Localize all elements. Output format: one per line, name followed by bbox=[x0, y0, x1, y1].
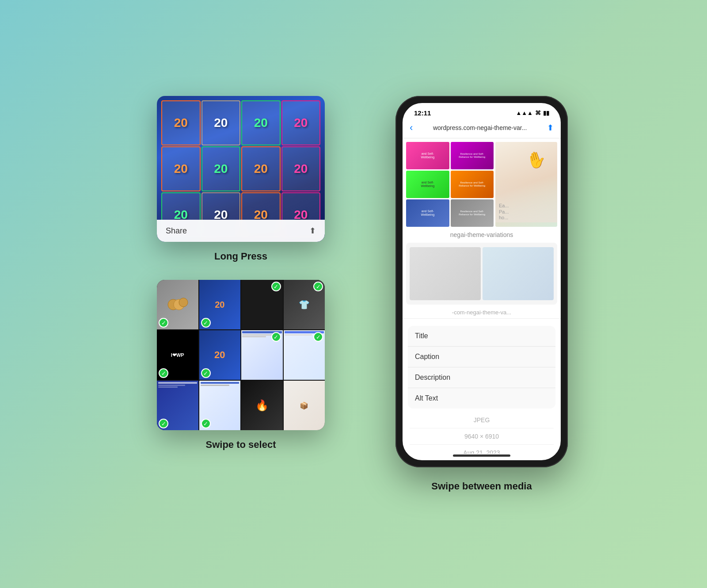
status-bar: 12:11 ▲▲▲ ⌘ ▮▮ bbox=[403, 103, 561, 119]
nav-bar[interactable]: ‹ wordpress.com-negai-theme-var... ⬆ bbox=[403, 119, 561, 138]
long-press-panel: 20 20 20 20 20 20 20 20 20 20 20 20 bbox=[157, 96, 325, 262]
num-4: 20 bbox=[281, 100, 321, 145]
iphone-screen: 12:11 ▲▲▲ ⌘ ▮▮ ‹ wordpress.com-negai-the… bbox=[403, 103, 561, 460]
info-section-1: Title Caption Description Alt Text bbox=[408, 326, 555, 409]
media-gallery: and Self-Wellbeing Resilience and Self-R… bbox=[403, 138, 561, 227]
meta-dimensions: 9640 × 6910 bbox=[410, 428, 554, 445]
grid-cell-6: 20 ✓ bbox=[199, 330, 241, 380]
check-badge-5: ✓ bbox=[159, 368, 168, 378]
gallery-cell-6: Resilience and Self-Reliance for Wellbei… bbox=[451, 199, 494, 227]
left-section: 20 20 20 20 20 20 20 20 20 20 20 20 bbox=[139, 96, 342, 451]
grid-cell-5: I❤WP ✓ bbox=[157, 330, 198, 380]
gallery-cell-4: Resilience and Self-Reliance for Wellbei… bbox=[451, 171, 494, 198]
check-badge-10: ✓ bbox=[201, 419, 211, 428]
alt-text-label: Alt Text bbox=[415, 394, 548, 402]
gallery-cell-5: and Self-Wellbeing bbox=[406, 199, 449, 227]
signal-icon: ▲▲▲ bbox=[516, 110, 533, 116]
grid-cell-11: 🔥 bbox=[241, 381, 283, 430]
num-8: 20 bbox=[281, 146, 321, 191]
gallery-right: ✋ Ea...Pa...ho... bbox=[495, 142, 557, 227]
swipe-select-panel: ✓ 20 ✓ bbox=[157, 280, 325, 451]
long-press-label: Long Press bbox=[214, 251, 267, 262]
home-indicator bbox=[453, 454, 510, 457]
swipe-between-label: Swipe between media bbox=[431, 481, 532, 492]
grid-cell-12: 📦 bbox=[284, 381, 325, 430]
url-label: wordpress.com-negai-theme-var... bbox=[433, 124, 527, 131]
meta-date: Aug 21, 2023 bbox=[410, 445, 554, 454]
status-icons: ▲▲▲ ⌘ ▮▮ bbox=[516, 110, 549, 116]
check-badge-7: ✓ bbox=[271, 332, 281, 342]
check-badge-3: ✓ bbox=[271, 282, 281, 291]
num-5: 20 bbox=[161, 146, 201, 191]
caption-field[interactable]: Caption bbox=[408, 347, 555, 367]
svg-point-2 bbox=[179, 298, 188, 307]
num-1: 20 bbox=[161, 100, 201, 145]
num-3: 20 bbox=[241, 100, 281, 145]
caption-label: Caption bbox=[415, 353, 548, 361]
second-url-label: -com-negai-theme-va... bbox=[403, 306, 561, 319]
share-bar: Share ⬆ bbox=[157, 220, 325, 242]
nav-share-icon[interactable]: ⬆ bbox=[547, 123, 554, 133]
grid-screenshot: ✓ 20 ✓ bbox=[157, 280, 325, 430]
grid-cell-2: 20 ✓ bbox=[199, 280, 241, 329]
grid-cell-7: ✓ bbox=[241, 330, 283, 380]
right-section: 12:11 ▲▲▲ ⌘ ▮▮ ‹ wordpress.com-negai-the… bbox=[395, 96, 568, 492]
gallery-grid: and Self-Wellbeing Resilience and Self-R… bbox=[406, 142, 494, 227]
check-badge-8: ✓ bbox=[313, 332, 323, 342]
alt-text-field[interactable]: Alt Text bbox=[408, 388, 555, 409]
check-badge-6: ✓ bbox=[201, 368, 211, 378]
grid-cell-10: ✓ bbox=[199, 381, 241, 430]
meta-section: JPEG 9640 × 6910 Aug 21, 2023 bbox=[403, 409, 561, 454]
grid-cell-1: ✓ bbox=[157, 280, 198, 329]
wifi-icon: ⌘ bbox=[535, 110, 541, 116]
check-badge-4: ✓ bbox=[313, 282, 323, 291]
meta-format: JPEG bbox=[410, 412, 554, 428]
gallery-cell-1: and Self-Wellbeing bbox=[406, 142, 449, 169]
long-press-screenshot: 20 20 20 20 20 20 20 20 20 20 20 20 bbox=[157, 96, 325, 242]
gallery-cell-3: and Self-Wellbeing bbox=[406, 171, 449, 198]
gallery-url-label: negai-theme-variations bbox=[403, 227, 561, 243]
num-7: 20 bbox=[241, 146, 281, 191]
status-time: 12:11 bbox=[414, 109, 431, 117]
grid-cell-3: ✓ bbox=[241, 280, 283, 329]
description-label: Description bbox=[415, 374, 548, 382]
share-label[interactable]: Share bbox=[166, 226, 187, 236]
grid-cell-8: ✓ bbox=[284, 330, 325, 380]
swipe-select-label: Swipe to select bbox=[206, 439, 276, 451]
num-6: 20 bbox=[201, 146, 241, 191]
share-icon[interactable]: ⬆ bbox=[309, 226, 316, 236]
num-2: 20 bbox=[201, 100, 241, 145]
grid-cell-4: 👕 ✓ bbox=[284, 280, 325, 329]
check-badge-1: ✓ bbox=[159, 318, 168, 328]
check-badge-2: ✓ bbox=[201, 318, 211, 328]
main-container: 20 20 20 20 20 20 20 20 20 20 20 20 bbox=[22, 78, 685, 510]
battery-icon: ▮▮ bbox=[543, 110, 549, 116]
gallery-cell-2: Resilience and Self-Reliance for Wellbei… bbox=[451, 142, 494, 169]
title-label: Title bbox=[415, 332, 548, 340]
description-field[interactable]: Description bbox=[408, 367, 555, 388]
check-badge-9: ✓ bbox=[159, 419, 168, 428]
screen-content[interactable]: and Self-Wellbeing Resilience and Self-R… bbox=[403, 138, 561, 454]
title-field[interactable]: Title bbox=[408, 326, 555, 347]
back-button[interactable]: ‹ bbox=[410, 122, 413, 134]
iphone-mockup: 12:11 ▲▲▲ ⌘ ▮▮ ‹ wordpress.com-negai-the… bbox=[395, 96, 568, 467]
grid-cell-9: ✓ bbox=[157, 381, 198, 430]
